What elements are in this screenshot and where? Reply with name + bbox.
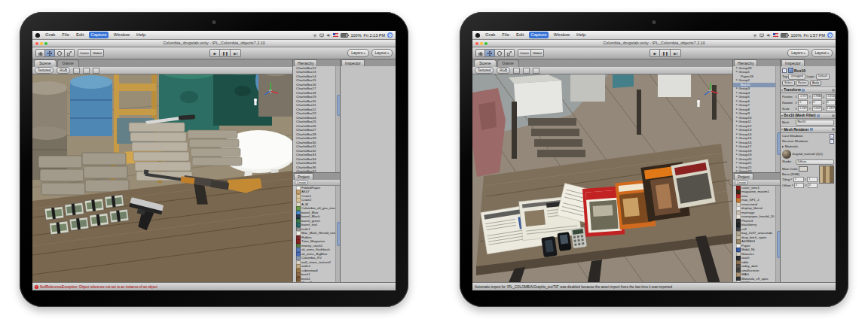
tab-inspector[interactable]: Inspector: [341, 59, 365, 66]
menu-clock[interactable]: Fri 2:13 PM: [364, 33, 385, 38]
scale-z-field[interactable]: 1.232778: [826, 106, 836, 111]
mesh-renderer-component-header[interactable]: ▾ Mesh Renderer: [781, 126, 836, 133]
us-flag-icon[interactable]: [773, 33, 778, 37]
scrollbar-thumb[interactable]: [337, 222, 341, 246]
shader-dropdown[interactable]: Diffuse: [796, 160, 835, 166]
base-texture-thumbnail[interactable]: [819, 166, 834, 184]
layers-dropdown[interactable]: Layers ▾: [787, 49, 808, 57]
prefab-button[interactable]: Revert: [796, 81, 808, 87]
menu-item[interactable]: Edit: [515, 32, 525, 38]
menu-item[interactable]: Help: [575, 32, 587, 38]
scrollbar[interactable]: [775, 186, 780, 282]
tab-hierarchy[interactable]: Hierarchy: [734, 59, 757, 66]
play-button[interactable]: ▶: [209, 49, 220, 57]
scale-y-field[interactable]: 1.232778: [812, 106, 822, 111]
mesh-field[interactable]: Box10: [796, 120, 835, 126]
rotate-tool-button[interactable]: [495, 49, 505, 57]
scrollbar-thumb[interactable]: [777, 132, 781, 155]
rotation-z-field[interactable]: 0: [826, 100, 836, 105]
tag-dropdown[interactable]: Untagged: [788, 74, 805, 80]
menu-item[interactable]: Grab: [44, 32, 57, 38]
tab-project[interactable]: Project: [734, 173, 753, 180]
foldout-triangle-icon[interactable]: ▾: [781, 114, 783, 117]
project-asset-item[interactable]: NYT2: [733, 281, 776, 283]
blue-barrel[interactable]: [70, 75, 112, 136]
space-toggle[interactable]: Global: [531, 49, 544, 57]
apple-menu-icon[interactable]: [35, 33, 40, 38]
scrollbar[interactable]: [775, 66, 780, 172]
gizmos-toggle[interactable]: [93, 68, 99, 74]
window-title-bar[interactable]: Columbia_drugslab.unity - IPL_Columbia_o…: [32, 40, 396, 47]
scrollbar[interactable]: [335, 66, 340, 172]
pivot-toggle[interactable]: Center: [78, 49, 91, 57]
create-dropdown[interactable]: Create: [295, 180, 308, 186]
render-channels-dropdown[interactable]: RGB: [57, 67, 70, 74]
gray-barrel-right[interactable]: [258, 74, 292, 117]
project-list[interactable]: FoldedPaperAK47Crate1Crate2A_MColombia_a…: [293, 186, 340, 282]
help-icon[interactable]: [802, 89, 805, 92]
apple-menu-icon[interactable]: [475, 33, 480, 38]
draw-mode-dropdown[interactable]: Textured: [475, 67, 494, 74]
menu-item[interactable]: File: [500, 32, 511, 38]
project-asset-item[interactable]: Wood2: [293, 281, 336, 283]
layout-dropdown[interactable]: Layout ▾: [371, 49, 393, 57]
spotlight-icon[interactable]: [827, 32, 833, 38]
layout-dropdown[interactable]: Layout ▾: [811, 49, 833, 57]
scale-tool-button[interactable]: [505, 49, 515, 57]
lighting-toggle[interactable]: [513, 68, 520, 74]
tab-inspector[interactable]: Inspector: [781, 59, 805, 66]
active-checkbox[interactable]: ✓: [782, 68, 787, 73]
foldout-triangle-icon[interactable]: ▾: [781, 89, 783, 92]
gear-icon[interactable]: [832, 114, 835, 117]
menu-item[interactable]: Window: [112, 32, 131, 38]
scene-viewport[interactable]: [32, 74, 292, 282]
display-icon[interactable]: [760, 33, 764, 38]
tab-scene[interactable]: Scene: [474, 59, 497, 67]
tiling-x-field[interactable]: 1: [793, 177, 804, 182]
spotlight-icon[interactable]: [387, 32, 393, 38]
menu-item[interactable]: Window: [552, 32, 571, 38]
render-channels-dropdown[interactable]: RGB: [497, 67, 510, 74]
transform-component-header[interactable]: ▾ Transform: [781, 87, 836, 93]
menu-item[interactable]: Edit: [75, 32, 85, 38]
tab-project[interactable]: Project: [294, 173, 313, 180]
fx-toggle[interactable]: [523, 68, 530, 74]
position-y-field[interactable]: 2.7886057: [812, 94, 822, 99]
rotation-y-field[interactable]: 0: [812, 100, 822, 105]
hierarchy-item[interactable]: CharlieBox37: [293, 170, 336, 173]
receive-shadows-checkbox[interactable]: ✓: [830, 139, 834, 144]
rotation-x-field[interactable]: 0: [798, 100, 808, 105]
scale-x-field[interactable]: 1.232778: [798, 106, 808, 111]
hand-tool-button[interactable]: [35, 49, 45, 57]
close-window-button[interactable]: [35, 42, 38, 45]
menu-item[interactable]: Grab: [484, 32, 497, 38]
minimize-window-button[interactable]: [40, 42, 43, 45]
step-button[interactable]: ▶|: [671, 49, 681, 57]
scrollbar-thumb[interactable]: [337, 95, 341, 116]
display-icon[interactable]: [319, 33, 324, 38]
material-name[interactable]: drugslab_material2 (3)(1): [793, 153, 823, 156]
offset-x-field[interactable]: 0: [794, 183, 804, 188]
status-bar[interactable]: ! NullReferenceException: Object referen…: [32, 282, 396, 290]
light-gizmo-icon[interactable]: [254, 99, 257, 105]
tab-scene[interactable]: Scene: [34, 59, 57, 67]
scene-viewport[interactable]: [472, 74, 732, 282]
gear-icon[interactable]: [832, 128, 835, 131]
prefab-button[interactable]: Select: [782, 81, 795, 87]
tiling-y-field[interactable]: 1: [807, 177, 818, 182]
foldout-triangle-icon[interactable]: ▾: [781, 128, 783, 131]
gizmos-toggle[interactable]: [533, 68, 539, 74]
calculator[interactable]: [570, 227, 586, 248]
gameobject-name[interactable]: Box10: [794, 68, 805, 73]
layer-dropdown[interactable]: Default: [816, 74, 830, 80]
menu-item[interactable]: Capture: [529, 32, 548, 38]
play-button[interactable]: ▶: [649, 49, 660, 57]
tab-hierarchy[interactable]: Hierarchy: [294, 59, 317, 66]
zoom-window-button[interactable]: [44, 42, 47, 45]
hierarchy-item[interactable]: Group23: [733, 170, 776, 173]
layers-dropdown[interactable]: Layers ▾: [347, 49, 368, 57]
magazines-right[interactable]: [671, 159, 715, 208]
main-color-swatch[interactable]: [799, 166, 808, 172]
material-preview-sphere[interactable]: [782, 150, 791, 159]
help-icon[interactable]: [817, 114, 820, 117]
